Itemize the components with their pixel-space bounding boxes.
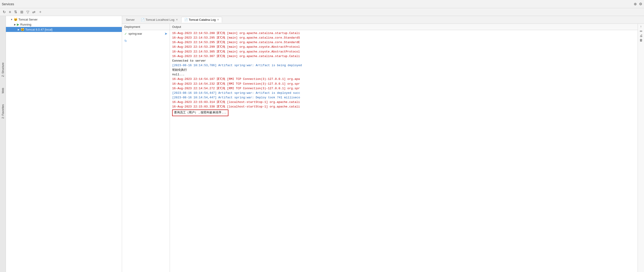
log-line: 16-Aug-2023 22:14:54.187 淇℃伅 [RMI TCP Co… <box>172 77 635 81</box>
gear-icon[interactable]: ⚙ <box>639 2 642 6</box>
scroll-up-icon[interactable]: ↑ <box>640 25 642 28</box>
localhost-log-close[interactable]: ✕ <box>176 18 178 21</box>
deploy-check-icon: ✓ <box>124 32 127 36</box>
tab-server-label: Server <box>126 18 134 22</box>
trash-icon[interactable]: 🗑 <box>640 38 643 42</box>
log-line: 16-Aug-2023 22:14:53.280 淇℃伅 [main] org.… <box>172 31 635 36</box>
tree-root[interactable]: ▼ 🐱 Tomcat Server <box>6 17 122 22</box>
toolbar: ↻ ≡ ⇅ ⊞ ▽ ⇄ ＋ <box>0 8 644 16</box>
output-content[interactable]: 16-Aug-2023 22:14:53.280 淇℃伅 [main] org.… <box>170 30 638 272</box>
log-line: 16-Aug-2023 22:14:53.299 淇℃伅 [main] org.… <box>172 45 635 49</box>
title-bar-actions: ⊕ ⚙ <box>634 2 642 6</box>
panel-title: Services <box>2 2 14 6</box>
log-line: 16-Aug-2023 22:14:53.295 淇℃伅 [main] org.… <box>172 40 635 45</box>
deploy-refresh-icon[interactable]: ↻ <box>122 38 170 44</box>
wrap-icon[interactable]: ⇔ <box>640 29 642 33</box>
highlighted-log-text: 查询员工（用户），按照年龄来排序... <box>172 109 228 116</box>
log-line: null... <box>172 72 635 77</box>
tab-structure[interactable]: Z: Structure <box>1 62 5 78</box>
running-status-icon: ▶ <box>17 23 19 26</box>
tomcat-icon: 🐱 <box>20 28 24 31</box>
content-split: Deployment ✓ spring:war ➤ ↻ Output 16-Au… <box>122 24 644 272</box>
sort-button[interactable]: ⇄ <box>32 9 36 15</box>
deployment-panel: Deployment ✓ spring:war ➤ ↻ <box>122 24 170 272</box>
log-line: 16-Aug-2023 22:15:03.338 淇℃伅 [localhost-… <box>172 104 635 109</box>
catalina-log-close[interactable]: ✕ <box>217 18 219 21</box>
tree-running-label: Running <box>20 23 31 26</box>
tree-root-label: Tomcat Server <box>18 18 38 21</box>
collapse-all-button[interactable]: ≡ <box>8 10 12 15</box>
right-content: Server 📄 Tomcat Localhost Log ✕ 📄 Tomcat… <box>122 16 644 272</box>
tab-favorites[interactable]: 2: Favorites <box>1 103 5 119</box>
output-header: Output <box>170 24 638 30</box>
tab-catalina-log[interactable]: 📄 Tomcat Catalina Log ✕ <box>181 17 222 23</box>
log-line: 16-Aug-2023 22:14:53.307 淇℃伅 [main] org.… <box>172 54 635 59</box>
main-container: Z: Structure Web 2: Favorites ▼ 🐱 Tomcat… <box>0 16 644 272</box>
instance-arrow: ▶ <box>18 28 20 31</box>
log-line: 16-Aug-2023 22:14:53.295 淇℃伅 [main] org.… <box>172 36 635 40</box>
log-line: [2023-08-16 10:14:53,706] Artifact sprin… <box>172 63 635 68</box>
log-line: [2023-08-16 10:14:54,447] Artifact sprin… <box>172 91 635 95</box>
output-panel: Output 16-Aug-2023 22:14:53.280 淇℃伅 [mai… <box>170 24 638 272</box>
log-line: Connected to server <box>172 59 635 63</box>
deployment-item[interactable]: ✓ spring:war ➤ <box>122 30 170 37</box>
output-sidebar: ↑ ⇔ 🖨 🗑 <box>638 24 644 272</box>
deployment-header: Deployment <box>122 24 170 30</box>
tab-server[interactable]: Server <box>123 17 138 23</box>
tab-localhost-log-label: Tomcat Localhost Log <box>146 18 174 22</box>
far-left-tabs: Z: Structure Web 2: Favorites <box>0 16 6 272</box>
server-icon: 🐱 <box>14 18 18 21</box>
tree-instance-label: Tomcat 8.0.47 [local] <box>25 28 52 31</box>
tab-localhost-log[interactable]: 📄 Tomcat Localhost Log ✕ <box>138 17 180 23</box>
print-icon[interactable]: 🖨 <box>640 34 643 37</box>
log-line: 16-Aug-2023 22:14:54.232 淇℃伅 [RMI TCP Co… <box>172 82 635 86</box>
localhost-log-icon: 📄 <box>141 18 144 22</box>
tab-web[interactable]: Web <box>1 87 5 94</box>
globe-icon[interactable]: ⊕ <box>634 2 637 6</box>
log-line: 初始化执行 <box>172 68 635 72</box>
log-line: 查询员工（用户），按照年龄来排序... <box>172 109 635 116</box>
tab-bar: Server 📄 Tomcat Localhost Log ✕ 📄 Tomcat… <box>122 16 644 24</box>
filter-button[interactable]: ▽ <box>26 9 30 15</box>
log-line: 16-Aug-2023 22:14:53.305 淇℃伅 [main] org.… <box>172 50 635 54</box>
refresh-button[interactable]: ↻ <box>2 9 6 15</box>
catalina-log-icon: 📄 <box>184 18 188 22</box>
log-line: [2023-08-16 10:14:54,447] Artifact sprin… <box>172 95 635 100</box>
services-panel: ▼ 🐱 Tomcat Server ▶ ▶ Running ▶ 🐱 Tomcat… <box>6 16 122 272</box>
server-tree: ▼ 🐱 Tomcat Server ▶ ▶ Running ▶ 🐱 Tomcat… <box>6 16 122 272</box>
tab-catalina-log-label: Tomcat Catalina Log <box>189 18 216 22</box>
expand-all-button[interactable]: ⇅ <box>13 9 18 15</box>
deployment-item-name: spring:war <box>128 32 142 35</box>
root-arrow: ▼ <box>10 18 13 21</box>
deploy-arrow-icon[interactable]: ➤ <box>164 32 168 36</box>
running-arrow: ▶ <box>14 23 16 26</box>
tree-running[interactable]: ▶ ▶ Running <box>6 22 122 27</box>
log-line: 16-Aug-2023 22:15:03.314 淇℃伅 [localhost-… <box>172 100 635 104</box>
title-bar: Services ⊕ ⚙ <box>0 0 644 8</box>
log-line: 16-Aug-2023 22:14:54.272 淇℃伅 [RMI TCP Co… <box>172 86 635 91</box>
tree-tomcat-instance[interactable]: ▶ 🐱 Tomcat 8.0.47 [local] <box>6 27 122 32</box>
add-button[interactable]: ＋ <box>38 9 43 15</box>
group-button[interactable]: ⊞ <box>19 9 24 15</box>
